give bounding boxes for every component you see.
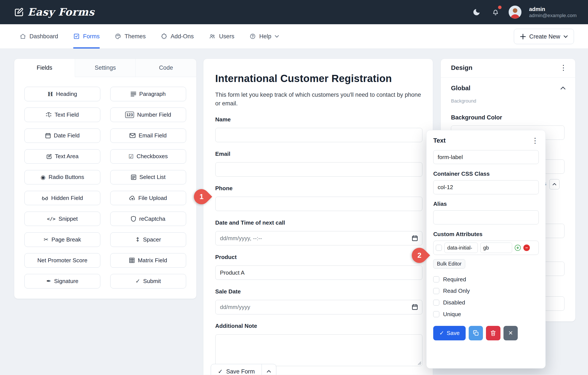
user-block: admin admin@example.com bbox=[529, 6, 577, 18]
field-btn-radio-buttons[interactable]: ◉Radio Buttons bbox=[24, 170, 100, 184]
duplicate-button[interactable] bbox=[469, 326, 483, 340]
field-btn-hidden-field[interactable]: Hidden Field bbox=[24, 191, 100, 205]
stepper-up-button[interactable] bbox=[549, 179, 559, 189]
attribute-checkbox[interactable] bbox=[436, 245, 442, 251]
users-icon bbox=[209, 33, 216, 40]
check-icon: ✓ bbox=[135, 278, 140, 284]
kebab-menu-icon[interactable]: ⋮ bbox=[531, 136, 538, 145]
brand[interactable]: Easy Forms bbox=[14, 6, 94, 18]
unique-checkbox[interactable] bbox=[433, 311, 439, 317]
field-btn-email-field[interactable]: Email Field bbox=[110, 129, 186, 143]
name-input[interactable] bbox=[215, 128, 422, 142]
field-btn-spacer[interactable]: ↕Spacer bbox=[110, 232, 186, 247]
field-btn-label: Checkboxes bbox=[137, 153, 168, 160]
nav-item-forms[interactable]: Forms bbox=[73, 24, 100, 49]
alias-input[interactable] bbox=[433, 210, 538, 224]
datetime-input[interactable]: dd/mm/yyyy, --:-- bbox=[215, 231, 422, 245]
save-form-split-button: ✓ Save Form bbox=[211, 364, 276, 375]
phone-input[interactable] bbox=[215, 197, 422, 211]
required-checkbox[interactable] bbox=[433, 276, 439, 282]
nav-item-addons[interactable]: Add-Ons bbox=[161, 24, 194, 49]
puzzle-icon bbox=[161, 33, 167, 40]
pencil-square-icon bbox=[46, 154, 52, 159]
product-select[interactable]: Product A bbox=[215, 265, 422, 280]
add-attribute-icon[interactable]: + bbox=[515, 245, 521, 251]
field-btn-select-list[interactable]: Select List bbox=[110, 170, 186, 184]
field-btn-matrix-field[interactable]: Matrix Field bbox=[110, 253, 186, 267]
design-section-global[interactable]: Global bbox=[451, 85, 566, 92]
field-btn-checkboxes[interactable]: ☑Checkboxes bbox=[110, 149, 186, 164]
field-btn-net-promoter-score[interactable]: Net Promoter Score bbox=[24, 253, 100, 267]
field-btn-text-field[interactable]: Text Field bbox=[24, 108, 100, 122]
notifications-button[interactable] bbox=[490, 7, 501, 18]
option-read-only[interactable]: Read Only bbox=[433, 287, 538, 294]
tab-settings[interactable]: Settings bbox=[75, 59, 136, 77]
resize-grip[interactable] bbox=[418, 361, 421, 365]
background-color-label: Background Color bbox=[451, 114, 502, 121]
field-label-input[interactable] bbox=[433, 150, 538, 164]
field-btn-snippet[interactable]: </>Snippet bbox=[24, 212, 100, 226]
field-btn-heading[interactable]: HHeading bbox=[24, 87, 100, 101]
form-field-phone: Phone bbox=[215, 185, 421, 211]
calendar-icon[interactable] bbox=[412, 235, 418, 241]
sale-date-input[interactable]: dd/mm/yyyy bbox=[215, 300, 422, 314]
nav-label: Themes bbox=[125, 33, 146, 40]
field-btn-text-area[interactable]: Text Area bbox=[24, 149, 100, 164]
option-disabled[interactable]: Disabled bbox=[433, 299, 538, 306]
field-label: Email bbox=[215, 151, 421, 159]
close-button[interactable]: ✕ bbox=[504, 326, 518, 340]
nav-item-help[interactable]: Help bbox=[250, 24, 279, 49]
field-btn-paragraph[interactable]: Paragraph bbox=[110, 87, 186, 101]
field-btn-date-field[interactable]: Date Field bbox=[24, 129, 100, 143]
field-btn-label: Date Field bbox=[54, 132, 80, 139]
avatar[interactable] bbox=[509, 6, 521, 18]
nav-item-themes[interactable]: Themes bbox=[115, 24, 146, 49]
cloud-upload-icon bbox=[129, 196, 135, 201]
save-form-options-button[interactable] bbox=[262, 364, 276, 375]
field-btn-number-field[interactable]: 123Number Field bbox=[110, 108, 186, 122]
container-css-class-input[interactable] bbox=[433, 180, 538, 194]
delete-button[interactable] bbox=[486, 326, 500, 340]
field-btn-page-break[interactable]: ✂Page Break bbox=[24, 232, 100, 247]
app-window: Easy Forms admin admin@example.com bbox=[0, 0, 588, 375]
trash-icon bbox=[491, 330, 496, 336]
attribute-name-input[interactable] bbox=[444, 243, 478, 253]
option-required[interactable]: Required bbox=[433, 276, 538, 283]
tab-code[interactable]: Code bbox=[136, 59, 196, 77]
kebab-menu-icon[interactable]: ⋮ bbox=[560, 63, 567, 72]
field-label: Product bbox=[215, 254, 421, 262]
field-btn-signature[interactable]: ✒Signature bbox=[24, 274, 100, 288]
form-field-datetime: Date and Time of next call dd/mm/yyyy, -… bbox=[215, 220, 421, 246]
field-btn-label: File Upload bbox=[138, 195, 167, 201]
field-btn-recaptcha[interactable]: reCaptcha bbox=[110, 212, 186, 226]
product-selected-value: Product A bbox=[220, 269, 245, 276]
option-unique[interactable]: Unique bbox=[433, 311, 538, 318]
field-btn-label: Text Field bbox=[54, 111, 79, 118]
attribute-value-input[interactable] bbox=[480, 243, 512, 253]
field-btn-label: Snippet bbox=[59, 216, 78, 222]
background-subsection-label: Background bbox=[451, 98, 476, 104]
field-btn-label: Net Promoter Score bbox=[37, 257, 88, 264]
create-new-button[interactable]: Create New bbox=[514, 29, 574, 44]
calendar-icon[interactable] bbox=[412, 304, 418, 310]
dark-mode-toggle[interactable] bbox=[471, 7, 482, 18]
disabled-checkbox[interactable] bbox=[433, 300, 439, 306]
fields-panel: Fields Settings Code HHeading Paragraph … bbox=[14, 59, 197, 299]
additional-note-textarea[interactable] bbox=[215, 334, 422, 366]
read-only-checkbox[interactable] bbox=[433, 288, 439, 294]
popover-title: Text bbox=[433, 137, 446, 144]
user-email: admin@example.com bbox=[529, 12, 577, 18]
user-name: admin bbox=[529, 6, 577, 12]
email-input[interactable] bbox=[215, 162, 422, 176]
remove-attribute-icon[interactable]: − bbox=[523, 244, 530, 251]
save-button[interactable]: ✓ Save bbox=[433, 326, 466, 340]
field-btn-file-upload[interactable]: File Upload bbox=[110, 191, 186, 205]
bulk-editor-button[interactable]: Bulk Editor bbox=[433, 259, 465, 268]
chevron-up-icon[interactable] bbox=[561, 87, 566, 89]
nav-label: Help bbox=[259, 33, 271, 40]
tab-fields[interactable]: Fields bbox=[14, 59, 75, 77]
nav-item-users[interactable]: Users bbox=[209, 24, 234, 49]
save-form-button[interactable]: ✓ Save Form bbox=[211, 364, 262, 375]
nav-item-dashboard[interactable]: Dashboard bbox=[20, 24, 58, 49]
field-btn-submit[interactable]: ✓Submit bbox=[110, 274, 186, 288]
